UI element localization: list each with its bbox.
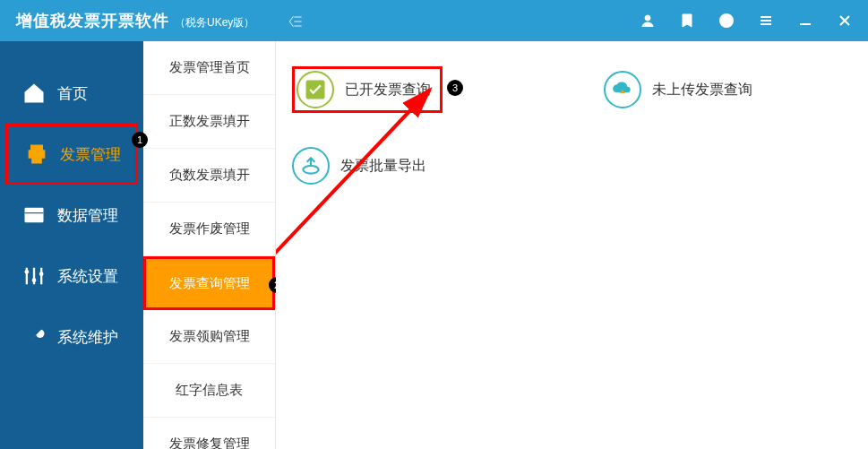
sidebar-label: 首页 bbox=[57, 83, 88, 104]
check-icon bbox=[296, 71, 334, 108]
svg-point-8 bbox=[303, 166, 318, 174]
sidebar-label: 系统设置 bbox=[57, 266, 118, 287]
svg-rect-3 bbox=[25, 208, 44, 222]
main-item-label: 已开发票查询 bbox=[345, 81, 431, 99]
collapse-icon[interactable] bbox=[287, 13, 305, 30]
main-item-batch-export[interactable]: 发票批量导出 bbox=[292, 147, 426, 185]
user-icon[interactable] bbox=[640, 13, 655, 28]
submenu-item[interactable]: 红字信息表 bbox=[143, 364, 275, 418]
data-icon bbox=[21, 203, 47, 228]
app-subtitle: （税务UKey版） bbox=[175, 15, 254, 30]
title-bar: 增值税发票开票软件 （税务UKey版） bbox=[0, 0, 868, 41]
export-icon bbox=[292, 147, 330, 185]
minimize-icon[interactable] bbox=[798, 13, 812, 28]
close-icon[interactable] bbox=[838, 13, 852, 28]
main-item-issued-query[interactable]: 已开发票查询 3 bbox=[292, 66, 443, 113]
printer-icon bbox=[24, 142, 49, 167]
submenu-label: 发票修复管理 bbox=[169, 436, 250, 449]
sidebar-label: 数据管理 bbox=[57, 205, 118, 226]
help-icon[interactable] bbox=[719, 13, 734, 28]
sidebar-label: 发票管理 bbox=[60, 144, 121, 165]
sliders-icon bbox=[21, 263, 47, 289]
home-icon bbox=[21, 81, 47, 106]
submenu-label: 红字信息表 bbox=[176, 382, 243, 399]
submenu: 发票管理首页 正数发票填开 负数发票填开 发票作废管理 发票查询管理 2 发票领… bbox=[143, 41, 276, 449]
app-title: 增值税发票开票软件 bbox=[16, 10, 169, 31]
sidebar: 首页 发票管理 1 数据管理 系统设置 系统维护 bbox=[0, 41, 143, 449]
svg-point-2 bbox=[726, 23, 726, 24]
menu-icon[interactable] bbox=[759, 13, 773, 28]
cloud-icon bbox=[604, 71, 641, 108]
sidebar-item-invoice[interactable]: 发票管理 1 bbox=[5, 124, 138, 185]
svg-point-6 bbox=[39, 272, 44, 276]
bookmark-icon[interactable] bbox=[680, 13, 694, 28]
main-panel: 已开发票查询 3 未上传发票查询 发票批量导出 bbox=[276, 41, 868, 449]
submenu-label: 发票作废管理 bbox=[169, 220, 250, 237]
submenu-label: 负数发票填开 bbox=[169, 167, 250, 184]
submenu-label: 发票管理首页 bbox=[169, 59, 250, 76]
title-group: 增值税发票开票软件 （税务UKey版） bbox=[16, 10, 254, 31]
sidebar-item-settings[interactable]: 系统设置 bbox=[0, 246, 143, 307]
submenu-item[interactable]: 发票管理首页 bbox=[143, 41, 275, 95]
svg-point-4 bbox=[25, 270, 30, 274]
main-item-label: 发票批量导出 bbox=[340, 157, 426, 176]
submenu-label: 发票领购管理 bbox=[169, 328, 250, 345]
svg-point-5 bbox=[32, 278, 37, 282]
window-controls bbox=[640, 13, 852, 28]
sidebar-item-home[interactable]: 首页 bbox=[0, 63, 143, 124]
sidebar-item-maintain[interactable]: 系统维护 bbox=[0, 307, 143, 367]
badge-3: 3 bbox=[447, 80, 463, 96]
submenu-item[interactable]: 负数发票填开 bbox=[143, 149, 275, 203]
submenu-item-query[interactable]: 发票查询管理 2 bbox=[143, 256, 275, 310]
submenu-label: 发票查询管理 bbox=[169, 275, 250, 292]
sidebar-label: 系统维护 bbox=[57, 327, 118, 348]
submenu-item[interactable]: 正数发票填开 bbox=[143, 95, 275, 149]
tools-icon bbox=[21, 324, 47, 350]
svg-point-0 bbox=[645, 15, 650, 21]
submenu-item[interactable]: 发票修复管理 bbox=[143, 418, 275, 449]
main-item-label: 未上传发票查询 bbox=[652, 81, 752, 99]
submenu-item[interactable]: 发票作废管理 bbox=[143, 203, 275, 256]
sidebar-item-data[interactable]: 数据管理 bbox=[0, 185, 143, 246]
submenu-label: 正数发票填开 bbox=[169, 113, 250, 130]
main-item-notuploaded[interactable]: 未上传发票查询 bbox=[604, 66, 752, 113]
submenu-item[interactable]: 发票领购管理 bbox=[143, 310, 275, 364]
